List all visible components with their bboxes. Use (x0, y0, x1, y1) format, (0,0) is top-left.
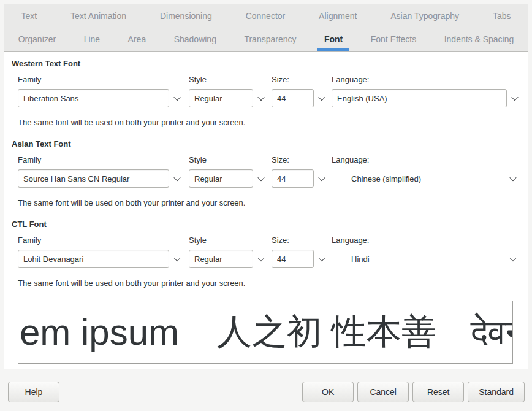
chevron-down-icon[interactable] (171, 250, 183, 267)
tab-transparency[interactable]: Transparency (230, 28, 311, 51)
chevron-down-icon[interactable] (316, 90, 328, 107)
tab-text[interactable]: Text (4, 4, 54, 28)
section-ctl-font: CTL Font Family Style Size: Language: Hi… (4, 208, 528, 288)
tab-font-effects[interactable]: Font Effects (357, 28, 430, 51)
size-label: Size: (272, 155, 332, 164)
asian-language-dropdown[interactable]: Chinese (simplified) (332, 169, 523, 188)
family-label: Family (18, 75, 189, 84)
western-style-input[interactable] (189, 89, 253, 107)
tab-line[interactable]: Line (70, 28, 114, 51)
language-label: Language: (332, 155, 523, 164)
size-label: Size: (272, 75, 332, 84)
western-family-input[interactable] (18, 89, 169, 107)
tab-font[interactable]: Font (310, 28, 357, 51)
tab-area[interactable]: Area (114, 28, 160, 51)
preview-latin-text: em ipsum (20, 311, 179, 353)
tab-text-animation[interactable]: Text Animation (54, 4, 143, 28)
language-label: Language: (332, 75, 523, 84)
language-label: Language: (332, 236, 523, 245)
tab-organizer[interactable]: Organizer (4, 28, 70, 51)
dialog-footer: Help OK Cancel Reset Standard (8, 382, 525, 402)
western-language-input[interactable] (332, 89, 507, 107)
asian-style-input[interactable] (189, 169, 253, 188)
western-font-note: The same font will be used on both your … (18, 118, 528, 128)
tab-header: Text Text Animation Dimensioning Connect… (4, 4, 528, 52)
tab-dimensioning[interactable]: Dimensioning (143, 4, 229, 28)
standard-button[interactable]: Standard (468, 382, 525, 402)
asian-language-value: Chinese (simplified) (351, 174, 421, 183)
ctl-size-input[interactable] (272, 250, 314, 268)
tab-row-1: Text Text Animation Dimensioning Connect… (4, 4, 528, 28)
help-button[interactable]: Help (8, 382, 59, 402)
ctl-font-note: The same font will be used on both your … (18, 278, 528, 288)
chevron-down-icon[interactable] (171, 170, 183, 187)
section-heading-ctl: CTL Font (12, 220, 528, 229)
style-label: Style (189, 236, 272, 245)
asian-size-input[interactable] (272, 169, 314, 188)
chevron-down-icon[interactable] (255, 170, 267, 187)
preview-devanagari-text: देवन (471, 312, 513, 353)
section-asian-font: Asian Text Font Family Style Size: Langu… (4, 128, 528, 208)
tab-row-2: Organizer Line Area Shadowing Transparen… (4, 28, 528, 51)
chevron-down-icon[interactable] (255, 90, 267, 107)
ctl-language-dropdown[interactable]: Hindi (332, 250, 523, 268)
ctl-family-input[interactable] (18, 250, 169, 268)
cancel-button[interactable]: Cancel (357, 382, 409, 402)
style-label: Style (189, 155, 272, 164)
chevron-down-icon[interactable] (255, 250, 267, 267)
tab-shadowing[interactable]: Shadowing (160, 28, 230, 51)
ctl-language-value: Hindi (351, 255, 370, 264)
chevron-down-icon[interactable] (171, 90, 183, 107)
character-dialog: Text Text Animation Dimensioning Connect… (4, 4, 528, 369)
chevron-down-icon[interactable] (316, 170, 328, 187)
reset-button[interactable]: Reset (412, 382, 464, 402)
preview-cjk-text: 人之初 性本善 (217, 309, 436, 356)
ctl-style-input[interactable] (189, 250, 253, 268)
chevron-down-icon[interactable] (507, 170, 519, 187)
section-heading-asian: Asian Text Font (12, 139, 528, 148)
asian-font-note: The same font will be used on both your … (18, 198, 528, 208)
section-western-font: Western Text Font Family Style Size: Lan… (4, 52, 528, 128)
tab-indents-spacing[interactable]: Indents & Spacing (430, 28, 528, 51)
chevron-down-icon[interactable] (507, 250, 519, 267)
tab-alignment[interactable]: Alignment (302, 4, 374, 28)
font-preview: em ipsum 人之初 性本善 देवन (18, 301, 513, 364)
section-heading-western: Western Text Font (12, 59, 528, 68)
style-label: Style (189, 75, 272, 84)
asian-family-input[interactable] (18, 169, 169, 188)
chevron-down-icon[interactable] (509, 90, 521, 107)
tab-connector[interactable]: Connector (229, 4, 302, 28)
family-label: Family (18, 236, 189, 245)
family-label: Family (18, 155, 189, 164)
tab-tabs[interactable]: Tabs (476, 4, 528, 28)
western-size-input[interactable] (272, 89, 314, 107)
tab-asian-typography[interactable]: Asian Typography (374, 4, 476, 28)
chevron-down-icon[interactable] (316, 250, 328, 267)
size-label: Size: (272, 236, 332, 245)
ok-button[interactable]: OK (302, 382, 354, 402)
